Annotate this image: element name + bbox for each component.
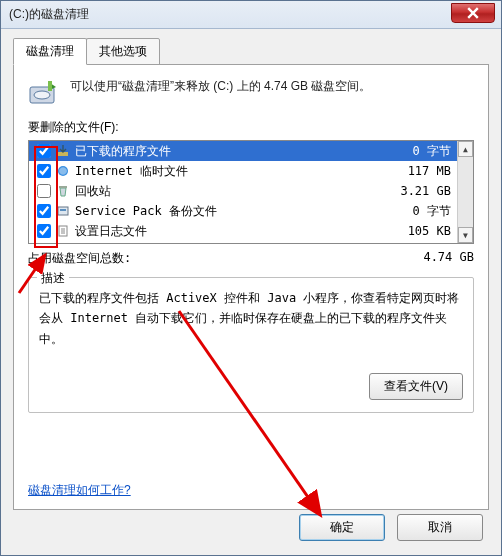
file-name: 回收站 xyxy=(75,183,387,200)
file-type-icon xyxy=(55,223,71,239)
svg-rect-2 xyxy=(48,81,52,91)
scroll-track[interactable] xyxy=(458,157,473,227)
footer-buttons: 确定 取消 xyxy=(299,514,483,541)
disk-cleanup-icon xyxy=(28,77,60,109)
file-name: Internet 临时文件 xyxy=(75,163,387,180)
files-label: 要删除的文件(F): xyxy=(28,119,474,136)
description-legend: 描述 xyxy=(37,270,69,287)
file-checkbox[interactable] xyxy=(37,224,51,238)
file-type-icon xyxy=(55,203,71,219)
cleanup-panel: 可以使用“磁盘清理”来释放 (C:) 上的 4.74 GB 磁盘空间。 要删除的… xyxy=(13,64,489,510)
file-type-icon xyxy=(55,143,71,159)
disk-cleanup-window: (C:)的磁盘清理 磁盘清理 其他选项 可以使用“磁盘清理”来释放 (C:) 上… xyxy=(0,0,502,556)
file-type-icon xyxy=(55,163,71,179)
file-checkbox[interactable] xyxy=(37,204,51,218)
total-value: 4.74 GB xyxy=(423,250,474,267)
titlebar[interactable]: (C:)的磁盘清理 xyxy=(1,1,501,29)
view-files-button[interactable]: 查看文件(V) xyxy=(369,373,463,400)
content-area: 磁盘清理 其他选项 可以使用“磁盘清理”来释放 (C:) 上的 4.74 GB … xyxy=(1,29,501,522)
cancel-button[interactable]: 取消 xyxy=(397,514,483,541)
file-name: Service Pack 备份文件 xyxy=(75,203,387,220)
window-title: (C:)的磁盘清理 xyxy=(1,6,89,23)
tab-cleanup[interactable]: 磁盘清理 xyxy=(13,38,87,65)
ok-button[interactable]: 确定 xyxy=(299,514,385,541)
tab-other-options[interactable]: 其他选项 xyxy=(86,38,160,65)
file-checkbox[interactable] xyxy=(37,144,51,158)
file-checkbox[interactable] xyxy=(37,164,51,178)
svg-point-1 xyxy=(34,91,50,99)
help-link[interactable]: 磁盘清理如何工作? xyxy=(28,482,131,499)
file-size: 3.21 GB xyxy=(387,184,457,198)
description-text: 已下载的程序文件包括 ActiveX 控件和 Java 小程序，你查看特定网页时… xyxy=(39,288,463,349)
file-size: 0 字节 xyxy=(387,143,457,160)
file-row[interactable]: 已下载的程序文件0 字节 xyxy=(29,141,457,161)
file-row[interactable]: 设置日志文件105 KB xyxy=(29,221,457,241)
file-name: 设置日志文件 xyxy=(75,223,387,240)
file-name: 已下载的程序文件 xyxy=(75,143,387,160)
intro-text: 可以使用“磁盘清理”来释放 (C:) 上的 4.74 GB 磁盘空间。 xyxy=(70,77,371,109)
file-size: 117 MB xyxy=(387,164,457,178)
file-checkbox[interactable] xyxy=(37,184,51,198)
close-icon xyxy=(467,7,479,19)
close-button[interactable] xyxy=(451,3,495,23)
file-list[interactable]: 已下载的程序文件0 字节Internet 临时文件117 MB回收站3.21 G… xyxy=(28,140,474,244)
svg-rect-5 xyxy=(59,186,67,188)
scroll-up-button[interactable]: ▲ xyxy=(458,141,473,157)
file-row[interactable]: Internet 临时文件117 MB xyxy=(29,161,457,181)
file-size: 0 字节 xyxy=(387,203,457,220)
file-type-icon xyxy=(55,183,71,199)
tab-strip: 磁盘清理 其他选项 xyxy=(13,38,489,65)
description-group: 描述 已下载的程序文件包括 ActiveX 控件和 Java 小程序，你查看特定… xyxy=(28,277,474,413)
file-row[interactable]: Service Pack 备份文件0 字节 xyxy=(29,201,457,221)
file-size: 105 KB xyxy=(387,224,457,238)
total-label: 占用磁盘空间总数: xyxy=(28,250,131,267)
scrollbar[interactable]: ▲ ▼ xyxy=(457,141,473,243)
scroll-down-button[interactable]: ▼ xyxy=(458,227,473,243)
svg-rect-7 xyxy=(60,209,66,211)
file-row[interactable]: 回收站3.21 GB xyxy=(29,181,457,201)
